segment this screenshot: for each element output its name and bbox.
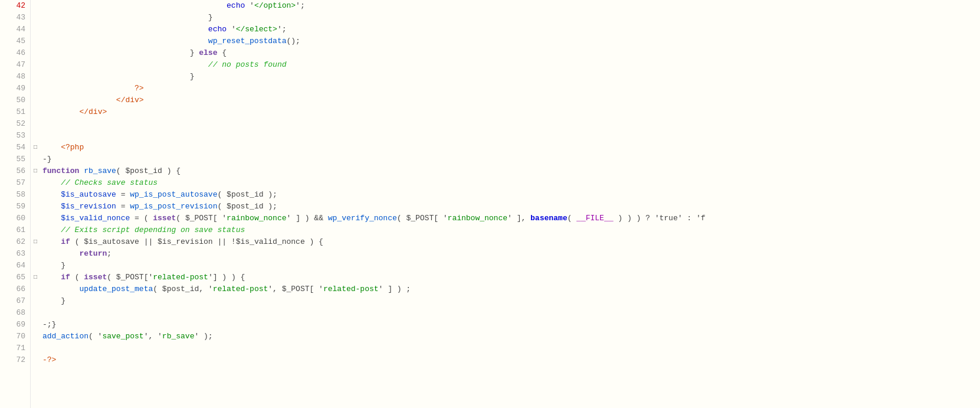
line-number-71: 71 bbox=[0, 342, 30, 354]
line-number-66: 66 bbox=[0, 283, 30, 295]
fold-marker-56[interactable]: □ bbox=[31, 165, 40, 177]
line-number-59: 59 bbox=[0, 201, 30, 213]
fold-marker-42 bbox=[31, 0, 40, 12]
line-number-69: 69 bbox=[0, 319, 30, 331]
fold-marker-67 bbox=[31, 295, 40, 307]
line-number-65: 65 bbox=[0, 272, 30, 283]
line-numbers: 4243444546474849505152535455565758596061… bbox=[0, 0, 31, 408]
line-number-63: 63 bbox=[0, 248, 30, 260]
line-number-58: 58 bbox=[0, 189, 30, 201]
line-number-43: 43 bbox=[0, 12, 30, 24]
fold-marker-59 bbox=[31, 201, 40, 213]
line-number-45: 45 bbox=[0, 35, 30, 47]
fold-marker-62[interactable]: □ bbox=[31, 236, 40, 248]
line-number-68: 68 bbox=[0, 307, 30, 319]
line-number-64: 64 bbox=[0, 260, 30, 272]
code-line-64: } bbox=[42, 260, 980, 272]
code-line-57: // Checks save status bbox=[42, 177, 980, 189]
code-line-48: } bbox=[42, 71, 980, 83]
code-line-71 bbox=[42, 342, 980, 354]
code-line-43: } bbox=[42, 12, 980, 24]
code-line-54: <?php bbox=[42, 142, 980, 154]
line-number-46: 46 bbox=[0, 47, 30, 59]
code-line-65: if ( isset( $_POST['related-post'] ) ) { bbox=[42, 272, 980, 283]
code-line-59: $is_revision = wp_is_post_revision( $pos… bbox=[42, 201, 980, 213]
fold-marker-47 bbox=[31, 59, 40, 71]
fold-marker-45 bbox=[31, 35, 40, 47]
fold-marker-60 bbox=[31, 213, 40, 224]
code-line-72: -?> bbox=[42, 354, 980, 366]
code-line-62: if ( $is_autosave || $is_revision || !$i… bbox=[42, 236, 980, 248]
line-number-57: 57 bbox=[0, 177, 30, 189]
code-line-56: function rb_save( $post_id ) { bbox=[42, 165, 980, 177]
code-line-46: } else { bbox=[42, 47, 980, 59]
code-line-63: return; bbox=[42, 248, 980, 260]
fold-marker-72 bbox=[31, 354, 40, 366]
line-number-56: 56 bbox=[0, 165, 30, 177]
fold-marker-44 bbox=[31, 24, 40, 35]
line-number-42: 42 bbox=[0, 0, 30, 12]
fold-marker-49 bbox=[31, 83, 40, 94]
line-number-47: 47 bbox=[0, 59, 30, 71]
code-line-51: </div> bbox=[42, 106, 980, 118]
line-number-54: 54 bbox=[0, 142, 30, 154]
fold-marker-46 bbox=[31, 47, 40, 59]
code-line-69: -;} bbox=[42, 319, 980, 331]
code-line-50: </div> bbox=[42, 94, 980, 106]
line-number-51: 51 bbox=[0, 106, 30, 118]
code-line-52 bbox=[42, 118, 980, 130]
code-line-55: -} bbox=[42, 154, 980, 165]
code-line-66: update_post_meta( $post_id, 'related-pos… bbox=[42, 283, 980, 295]
fold-marker-51 bbox=[31, 106, 40, 118]
line-number-72: 72 bbox=[0, 354, 30, 366]
code-editor: 4243444546474849505152535455565758596061… bbox=[0, 0, 980, 408]
line-number-44: 44 bbox=[0, 24, 30, 35]
fold-marker-57 bbox=[31, 177, 40, 189]
fold-marker-65[interactable]: □ bbox=[31, 272, 40, 283]
line-number-48: 48 bbox=[0, 71, 30, 83]
line-number-70: 70 bbox=[0, 331, 30, 342]
fold-marker-71 bbox=[31, 342, 40, 354]
code-line-61: // Exits script depending on save status bbox=[42, 224, 980, 236]
fold-marker-52 bbox=[31, 118, 40, 130]
code-content: echo '</option>'; } echo '</select>'; wp… bbox=[40, 0, 980, 408]
code-line-68 bbox=[42, 307, 980, 319]
code-line-70: add_action( 'save_post', 'rb_save' ); bbox=[42, 331, 980, 342]
line-number-53: 53 bbox=[0, 130, 30, 142]
fold-marker-64 bbox=[31, 260, 40, 272]
code-line-45: wp_reset_postdata(); bbox=[42, 35, 980, 47]
line-number-50: 50 bbox=[0, 94, 30, 106]
code-line-47: // no posts found bbox=[42, 59, 980, 71]
code-line-53 bbox=[42, 130, 980, 142]
code-line-42: echo '</option>'; bbox=[42, 0, 980, 12]
fold-marker-61 bbox=[31, 224, 40, 236]
code-line-67: } bbox=[42, 295, 980, 307]
fold-marker-43 bbox=[31, 12, 40, 24]
fold-marker-63 bbox=[31, 248, 40, 260]
line-number-52: 52 bbox=[0, 118, 30, 130]
line-number-67: 67 bbox=[0, 295, 30, 307]
fold-marker-48 bbox=[31, 71, 40, 83]
fold-marker-69 bbox=[31, 319, 40, 331]
fold-marker-55 bbox=[31, 154, 40, 165]
fold-marker-53 bbox=[31, 130, 40, 142]
fold-marker-70 bbox=[31, 331, 40, 342]
line-number-62: 62 bbox=[0, 236, 30, 248]
fold-marker-68 bbox=[31, 307, 40, 319]
fold-marker-54[interactable]: □ bbox=[31, 142, 40, 154]
code-line-49: ?> bbox=[42, 83, 980, 94]
fold-marker-50 bbox=[31, 94, 40, 106]
fold-gutter: □□□□ bbox=[31, 0, 40, 408]
line-number-60: 60 bbox=[0, 213, 30, 224]
code-line-58: $is_autosave = wp_is_post_autosave( $pos… bbox=[42, 189, 980, 201]
code-line-44: echo '</select>'; bbox=[42, 24, 980, 35]
code-line-60: $is_valid_nonce = ( isset( $_POST[ 'rain… bbox=[42, 213, 980, 224]
line-number-61: 61 bbox=[0, 224, 30, 236]
fold-marker-58 bbox=[31, 189, 40, 201]
fold-marker-66 bbox=[31, 283, 40, 295]
line-number-49: 49 bbox=[0, 83, 30, 94]
line-number-55: 55 bbox=[0, 154, 30, 165]
